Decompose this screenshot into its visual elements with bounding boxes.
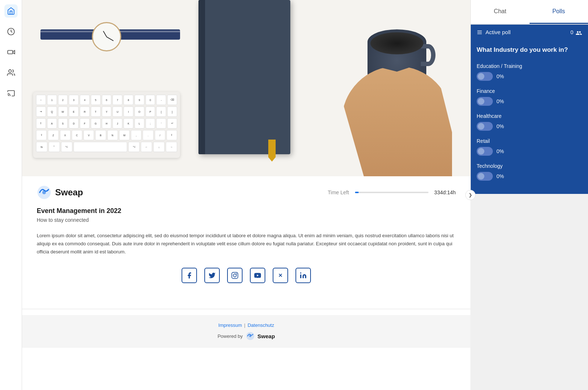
brand-header: Sweap Time Left 334d:14h [37, 185, 456, 200]
powered-by: Powered by Sweap [37, 332, 456, 340]
poll-option-1-percent: 0% [496, 73, 504, 79]
key: E [69, 106, 79, 117]
key: 4 [80, 95, 90, 105]
key: ' [156, 118, 166, 129]
minute-hand-icon [107, 36, 114, 41]
sidebar-item-home[interactable] [4, 4, 18, 18]
key: R [80, 106, 90, 117]
sidebar-item-people[interactable] [4, 66, 18, 79]
poll-option-5-row: 0% [477, 172, 582, 181]
key-row-1: ~ 1 2 3 4 5 6 7 8 9 0 - ⌫ [36, 95, 177, 105]
key-row-4: ⇧ Z X C V B N M , . / ⇧ [36, 130, 177, 140]
poll-option-4-toggle[interactable] [477, 147, 493, 156]
social-icons: ✕ [37, 268, 456, 283]
key: W [58, 106, 68, 117]
key-row-3: ⇪ A S D F G H J K L ; ' ↵ [36, 118, 177, 129]
key: U [112, 106, 122, 117]
right-panel: Chat Polls Active poll 0 What In [470, 0, 588, 194]
sweap-logo-icon [37, 185, 51, 200]
key: ⌃ [49, 142, 60, 152]
notebook [198, 0, 290, 154]
key [74, 142, 128, 152]
sidebar-item-video[interactable] [4, 46, 18, 59]
key: 7 [112, 95, 122, 105]
tab-polls[interactable]: Polls [530, 0, 588, 24]
poll-header-left: Active poll [477, 29, 510, 35]
key: A [47, 118, 57, 129]
key: → [166, 142, 177, 152]
return-key: ↵ [167, 118, 177, 129]
poll-option-3-label: Healthcare [477, 113, 582, 119]
key-row-2: ⇥ Q W E R T Y U I O P [ ] [36, 106, 177, 117]
key: ] [167, 106, 177, 117]
panel-tabs: Chat Polls [471, 0, 588, 25]
time-value: 334d:14h [434, 189, 456, 195]
svg-rect-1 [7, 50, 12, 54]
key: B [95, 130, 106, 140]
powered-by-label: Powered by [218, 333, 243, 339]
coffee-surface [370, 32, 423, 54]
poll-option-3: Healthcare 0% [477, 113, 582, 131]
xing-icon[interactable]: ✕ [273, 268, 288, 283]
impressum-link[interactable]: Impressum [218, 322, 242, 328]
key: ← [141, 142, 152, 152]
key: , [131, 130, 141, 140]
svg-rect-6 [232, 272, 238, 279]
brand-name-text: Sweap [55, 187, 83, 198]
collapse-button[interactable]: ❯ [465, 190, 476, 200]
poll-option-1-toggle[interactable] [477, 72, 493, 81]
hand-holding [342, 66, 452, 176]
key: 1 [47, 95, 57, 105]
notebook-spine [198, 0, 205, 154]
poll-question: What Industry do you work in? [477, 46, 582, 54]
key: F [80, 118, 90, 129]
key: - [156, 95, 166, 105]
hero-image: ~ 1 2 3 4 5 6 7 8 9 0 - ⌫ [22, 0, 470, 176]
mug-handle [421, 44, 435, 66]
sidebar-item-broadcast[interactable] [4, 87, 18, 100]
key: Y [102, 106, 112, 117]
key: X [60, 130, 71, 140]
menu-icon [477, 29, 483, 35]
notebook-bookmark [268, 140, 276, 162]
keyboard: ~ 1 2 3 4 5 6 7 8 9 0 - ⌫ [33, 92, 187, 165]
description-text: Lorem ipsum dolor sit amet, consectetur … [37, 232, 456, 256]
key: G [91, 118, 101, 129]
poll-option-3-toggle[interactable] [477, 122, 493, 131]
main-content: ~ 1 2 3 4 5 6 7 8 9 0 - ⌫ [22, 0, 470, 390]
poll-option-2-toggle[interactable] [477, 97, 493, 106]
poll-option-5-toggle[interactable] [477, 172, 493, 181]
key: Z [48, 130, 58, 140]
content-area: Sweap Time Left 334d:14h Event Managemen… [22, 176, 470, 303]
event-title: Event Management in 2022 [37, 207, 456, 215]
poll-option-2-percent: 0% [496, 98, 504, 104]
youtube-icon[interactable] [250, 268, 265, 283]
time-bar: Time Left 334d:14h [328, 189, 456, 195]
facebook-icon[interactable] [182, 268, 197, 283]
key: V [83, 130, 94, 140]
powered-by-brand: Sweap [258, 333, 275, 339]
key: ↓ [153, 142, 165, 152]
key: 0 [146, 95, 155, 105]
poll-option-5-label: Technology [477, 163, 582, 169]
sidebar-item-clock[interactable] [4, 25, 18, 38]
sidebar [0, 0, 22, 390]
key: J [112, 118, 122, 129]
poll-option-2: Finance 0% [477, 88, 582, 106]
poll-option-1-row: 0% [477, 72, 582, 81]
poll-option-1: Education / Training 0% [477, 63, 582, 81]
poll-header-right: 0 [570, 29, 582, 35]
poll-header: Active poll 0 [471, 25, 588, 40]
twitter-icon[interactable] [204, 268, 220, 283]
tab-chat[interactable]: Chat [471, 0, 530, 24]
key: 3 [69, 95, 79, 105]
linkedin-icon[interactable] [295, 268, 311, 283]
poll-option-5: Technology 0% [477, 163, 582, 181]
poll-option-3-percent: 0% [496, 123, 504, 129]
svg-point-8 [236, 273, 237, 274]
brand-logo: Sweap [37, 185, 83, 200]
instagram-icon[interactable] [227, 268, 243, 283]
footer-area: Impressum | Datenschutz Powered by Sweap [22, 315, 470, 348]
datenschutz-link[interactable]: Datenschutz [248, 322, 274, 328]
poll-option-1-label: Education / Training [477, 63, 582, 69]
